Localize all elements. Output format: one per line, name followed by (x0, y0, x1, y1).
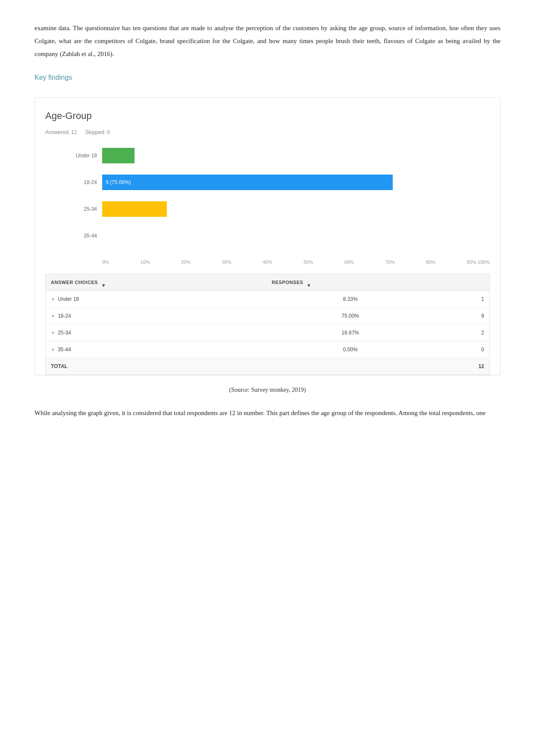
skipped-label: Skipped: 0 (85, 129, 110, 135)
bar-fill-0 (102, 148, 135, 163)
x-axis-label-2: 20% (181, 257, 191, 267)
source-citation: (Source: Survey monkey, 2019) (34, 384, 501, 396)
table-row-0: ▼Under 188.33%1 (46, 291, 490, 308)
total-count: 12 (434, 358, 490, 375)
bar-track-0 (102, 148, 490, 163)
col-answer-header: ANSWER CHOICES ▼ (46, 274, 267, 291)
chart-area: Under 1818-249 (75.00%)25-3435-44 (45, 146, 490, 257)
x-axis-label-9: 90% 100% (467, 257, 490, 267)
x-axis-label-5: 50% (303, 257, 313, 267)
x-axis-label-8: 80% (426, 257, 435, 267)
bar-row-0: Under 18 (71, 146, 490, 165)
total-empty (266, 358, 434, 375)
table-row-3: ▼35-440.00%0 (46, 341, 490, 358)
table-cell-percent-0: 8.33% (266, 291, 434, 308)
section-heading: Key findings (34, 71, 501, 84)
bar-label-0: Under 18 (71, 150, 97, 161)
table-cell-percent-2: 16.67% (266, 325, 434, 341)
row-arrow-2: ▼ (51, 331, 55, 335)
table-cell-count-1: 9 (434, 308, 490, 325)
x-axis-label-4: 40% (263, 257, 272, 267)
table-cell-count-0: 1 (434, 291, 490, 308)
answered-label: Answered: 12 (45, 129, 77, 135)
table-row-2: ▼25-3416.67%2 (46, 325, 490, 341)
row-arrow-1: ▼ (51, 314, 55, 319)
chart-title: Age-Group (45, 106, 490, 125)
bar-label-2: 25-34 (71, 204, 97, 214)
chart-wrapper: Age-Group Answered: 12 Skipped: 0 Under … (34, 97, 501, 375)
table-cell-label-3: ▼35-44 (46, 341, 267, 358)
chart-container: Age-Group Answered: 12 Skipped: 0 Under … (34, 97, 501, 375)
x-axis-label-6: 60% (344, 257, 354, 267)
row-arrow-3: ▼ (51, 347, 55, 352)
bar-text-1: 9 (75.00%) (106, 177, 131, 187)
table-row-1: ▼18-2475.00%9 (46, 308, 490, 325)
data-table: ANSWER CHOICES ▼ RESPONSES ▼ ▼Under 188.… (45, 274, 490, 375)
table-cell-label-1: ▼18-24 (46, 308, 267, 325)
bar-track-2 (102, 201, 490, 217)
table-cell-percent-1: 75.00% (266, 308, 434, 325)
table-cell-label-0: ▼Under 18 (46, 291, 267, 308)
bar-row-1: 18-249 (75.00%) (71, 173, 490, 192)
responses-dropdown-icon[interactable]: ▼ (307, 281, 311, 285)
col-count-header (434, 274, 490, 291)
table-cell-count-2: 2 (434, 325, 490, 341)
body-paragraph-1: examine data. The questionnaire has ten … (34, 22, 501, 60)
x-axis-label-0: 0% (102, 257, 109, 267)
bar-row-3: 35-44 (71, 226, 490, 245)
x-axis-label-1: 10% (141, 257, 150, 267)
bar-label-1: 18-24 (71, 177, 97, 187)
x-axis: 0%10%20%30%40%50%60%70%80%90% 100% (45, 257, 490, 274)
bar-fill-2 (102, 201, 167, 217)
bar-label-3: 35-44 (71, 231, 97, 241)
table-cell-percent-3: 0.00% (266, 341, 434, 358)
chart-meta: Answered: 12 Skipped: 0 (45, 127, 490, 137)
answer-dropdown-icon[interactable]: ▼ (101, 281, 106, 285)
bar-track-3 (102, 228, 490, 244)
total-label: TOTAL (46, 358, 267, 375)
bar-fill-1: 9 (75.00%) (102, 175, 393, 190)
bar-track-1: 9 (75.00%) (102, 175, 490, 190)
x-axis-label-3: 30% (222, 257, 232, 267)
body-paragraph-2: While analysing the graph given, it is c… (34, 406, 501, 419)
row-arrow-0: ▼ (51, 297, 55, 302)
x-axis-inner: 0%10%20%30%40%50%60%70%80%90% 100% (102, 257, 490, 267)
table-cell-label-2: ▼25-34 (46, 325, 267, 341)
table-total-row: TOTAL12 (46, 358, 490, 375)
x-axis-label-7: 70% (385, 257, 394, 267)
col-responses-header: RESPONSES ▼ (266, 274, 434, 291)
table-cell-count-3: 0 (434, 341, 490, 358)
bar-row-2: 25-34 (71, 200, 490, 219)
